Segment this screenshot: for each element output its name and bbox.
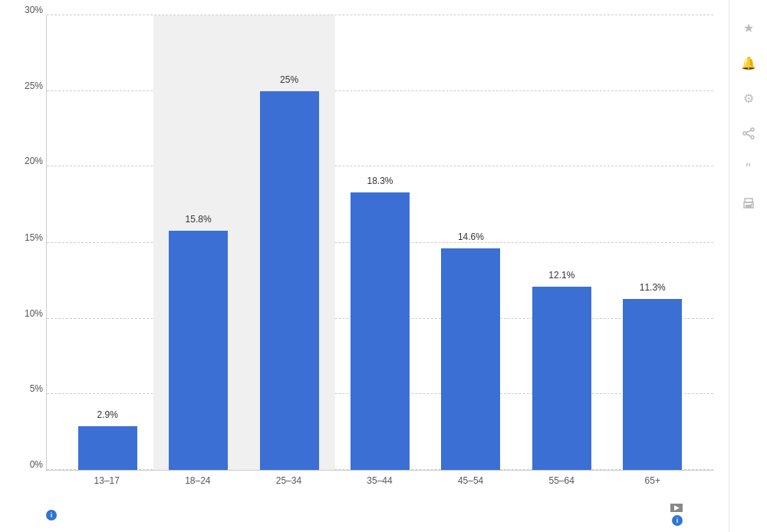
- y-axis-tick-label: 10%: [16, 308, 43, 319]
- x-axis-label: 25–34: [243, 475, 334, 486]
- bar: 18.3%: [351, 192, 410, 470]
- bar-group: 25%: [244, 15, 334, 470]
- x-axis-label: 45–54: [425, 475, 516, 486]
- bar: 12.1%: [532, 287, 591, 470]
- bar-group: 2.9%: [62, 15, 153, 470]
- sidebar: ★ 🔔 ⚙ ": [729, 0, 767, 532]
- footer: i ▶ i: [46, 504, 683, 526]
- y-axis-tick-label: 25%: [16, 80, 43, 91]
- info-icon: i: [46, 510, 57, 521]
- bar-value-label: 11.3%: [640, 282, 666, 293]
- svg-point-0: [751, 128, 754, 131]
- grid-and-bars: 30%25%20%15%10%5%0%2.9%15.8%25%18.3%14.6…: [46, 15, 713, 471]
- footer-right: ▶ i: [667, 504, 683, 526]
- bar-group: 18.3%: [334, 15, 425, 470]
- show-source-link[interactable]: i: [670, 515, 683, 526]
- x-axis-label: 35–44: [334, 475, 426, 486]
- bar-value-label: 25%: [280, 74, 298, 85]
- x-axis-label: 13–17: [61, 475, 153, 486]
- bar: 2.9%: [78, 426, 137, 470]
- bars-container: 2.9%15.8%25%18.3%14.6%12.1%11.3%: [47, 15, 713, 470]
- chart-area: 30%25%20%15%10%5%0%2.9%15.8%25%18.3%14.6…: [0, 0, 729, 532]
- y-axis-tick-label: 15%: [16, 232, 43, 243]
- x-axis-label: 65+: [607, 475, 698, 486]
- bar-group: 12.1%: [516, 15, 607, 470]
- additional-info-link[interactable]: i: [46, 510, 60, 521]
- page-container: 30%25%20%15%10%5%0%2.9%15.8%25%18.3%14.6…: [0, 0, 767, 532]
- source-info-icon: i: [672, 515, 683, 526]
- bar: 11.3%: [623, 299, 682, 470]
- bar-value-label: 12.1%: [548, 270, 574, 281]
- x-axis-labels: 13–1718–2425–3435–4445–5455–6465+: [46, 475, 713, 486]
- bar-group: 11.3%: [607, 15, 698, 470]
- star-icon[interactable]: ★: [736, 15, 761, 40]
- print-icon[interactable]: [736, 192, 761, 216]
- x-axis-label: 55–64: [516, 475, 607, 486]
- svg-rect-8: [751, 204, 752, 205]
- y-axis-tick-label: 5%: [16, 383, 43, 394]
- bar-value-label: 2.9%: [97, 409, 118, 420]
- svg-point-2: [751, 136, 754, 139]
- bar: 15.8%: [169, 231, 228, 470]
- gear-icon[interactable]: ⚙: [736, 86, 761, 110]
- y-axis-tick-label: 0%: [16, 459, 43, 470]
- y-axis-tick-label: 30%: [16, 5, 43, 15]
- flag-icon: ▶: [670, 504, 683, 512]
- bar-value-label: 14.6%: [458, 232, 484, 242]
- bar: 25%: [260, 91, 319, 470]
- copyright-text: ▶: [667, 504, 683, 512]
- chart-wrapper: 30%25%20%15%10%5%0%2.9%15.8%25%18.3%14.6…: [46, 15, 713, 486]
- bell-icon[interactable]: 🔔: [736, 51, 761, 75]
- bar-value-label: 18.3%: [367, 176, 393, 186]
- bar-value-label: 15.8%: [186, 214, 212, 225]
- bar: 14.6%: [441, 248, 500, 470]
- share-icon[interactable]: [736, 121, 761, 146]
- svg-point-1: [743, 132, 746, 135]
- svg-rect-7: [746, 205, 752, 208]
- bar-group: 14.6%: [426, 15, 516, 470]
- y-axis-tick-label: 20%: [16, 156, 43, 166]
- bar-group: 15.8%: [153, 15, 243, 470]
- svg-line-4: [746, 134, 751, 136]
- quote-icon[interactable]: ": [736, 156, 761, 181]
- svg-line-3: [746, 130, 751, 133]
- x-axis-label: 18–24: [153, 475, 244, 486]
